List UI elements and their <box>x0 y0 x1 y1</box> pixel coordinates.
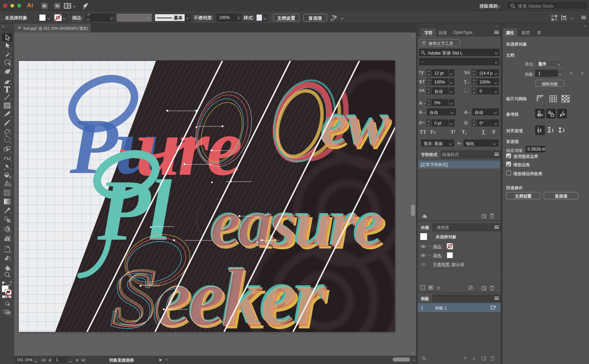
svg-text:fx.: fx. <box>437 285 441 290</box>
svg-text:T: T <box>423 41 425 45</box>
